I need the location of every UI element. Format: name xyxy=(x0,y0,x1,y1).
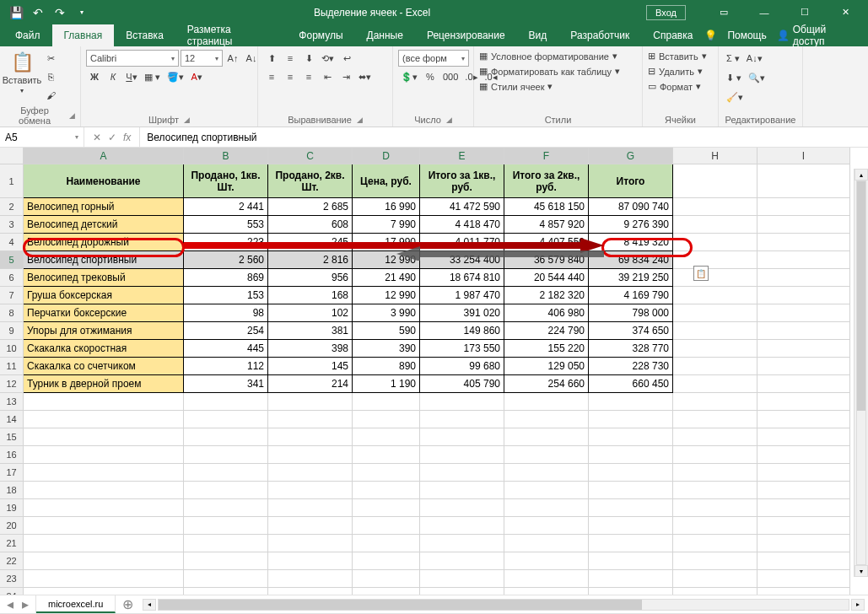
cell[interactable]: 21 490 xyxy=(353,269,420,287)
cell[interactable] xyxy=(673,304,757,322)
row-header-20[interactable]: 20 xyxy=(0,517,24,535)
cell[interactable]: Наименование xyxy=(24,164,184,198)
login-button[interactable]: Вход xyxy=(646,5,686,20)
cell[interactable] xyxy=(504,535,589,552)
cell[interactable]: Велосипед трековый xyxy=(24,269,184,287)
cell[interactable] xyxy=(420,393,504,411)
cell[interactable] xyxy=(757,517,850,535)
cell[interactable] xyxy=(589,464,673,482)
cell[interactable]: Цена, руб. xyxy=(353,164,420,198)
cell[interactable] xyxy=(420,446,504,464)
share-button[interactable]: 👤 Общий доступ xyxy=(777,24,855,47)
cell[interactable] xyxy=(268,446,353,464)
scroll-left-icon[interactable]: ◂ xyxy=(143,599,156,611)
cell[interactable] xyxy=(504,464,589,482)
new-sheet-icon[interactable]: ⊕ xyxy=(116,595,139,613)
cell[interactable] xyxy=(184,517,268,535)
cell[interactable]: Велосипед горный xyxy=(24,198,184,216)
cell[interactable]: Упоры для отжимания xyxy=(24,322,184,340)
find-icon[interactable]: 🔍▾ xyxy=(746,69,768,86)
cell[interactable] xyxy=(268,499,353,517)
sort-filter-icon[interactable]: A↓▾ xyxy=(744,50,765,67)
cell[interactable] xyxy=(504,552,589,570)
cell[interactable] xyxy=(673,552,757,570)
cell[interactable]: 129 050 xyxy=(504,358,589,375)
increase-indent-icon[interactable]: ⇥ xyxy=(337,68,354,85)
col-header-H[interactable]: H xyxy=(673,148,757,164)
col-header-I[interactable]: I xyxy=(757,148,850,164)
cell[interactable] xyxy=(184,570,268,588)
cell[interactable] xyxy=(589,535,673,552)
column-headers[interactable]: ABCDEFGHI xyxy=(24,148,850,164)
cell[interactable]: 224 790 xyxy=(504,322,589,340)
cell[interactable]: 33 254 400 xyxy=(420,251,504,269)
cell[interactable]: 3 990 xyxy=(353,304,420,322)
tab-вид[interactable]: Вид xyxy=(517,24,559,46)
cell[interactable] xyxy=(589,552,673,570)
tell-me-icon[interactable]: 💡 xyxy=(704,30,717,41)
cell[interactable]: 445 xyxy=(184,340,268,358)
cell[interactable] xyxy=(268,482,353,499)
row-header-23[interactable]: 23 xyxy=(0,570,24,588)
cell[interactable]: 390 xyxy=(353,340,420,358)
format-cells-button[interactable]: ▭ Формат ▾ xyxy=(648,80,701,93)
cell[interactable] xyxy=(757,428,850,446)
horizontal-scrollbar[interactable]: ◂ ▸ xyxy=(139,595,868,613)
help-button[interactable]: Помощь xyxy=(727,30,766,41)
cell[interactable]: Скакалка скоростная xyxy=(24,340,184,358)
tab-файл[interactable]: Файл xyxy=(3,24,52,46)
align-top-icon[interactable]: ⬆ xyxy=(263,50,280,67)
cell[interactable]: 254 xyxy=(184,322,268,340)
cell[interactable] xyxy=(268,393,353,411)
bold-icon[interactable]: Ж xyxy=(86,68,103,85)
align-right-icon[interactable]: ≡ xyxy=(300,68,317,85)
cell[interactable] xyxy=(268,588,353,595)
cell[interactable] xyxy=(353,517,420,535)
cell[interactable] xyxy=(673,287,757,304)
col-header-D[interactable]: D xyxy=(353,148,420,164)
cell[interactable]: Скакалка со счетчиком xyxy=(24,358,184,375)
cell[interactable] xyxy=(757,499,850,517)
row-header-11[interactable]: 11 xyxy=(0,358,24,375)
cell[interactable] xyxy=(673,358,757,375)
font-size-combo[interactable]: 12▾ xyxy=(181,50,223,67)
cell[interactable]: Продано, 2кв. Шт. xyxy=(268,164,353,198)
cell[interactable]: 99 680 xyxy=(420,358,504,375)
format-painter-icon[interactable]: 🖌 xyxy=(42,87,59,104)
align-left-icon[interactable]: ≡ xyxy=(263,68,280,85)
cell[interactable]: Велосипед детский xyxy=(24,216,184,234)
cell[interactable] xyxy=(589,588,673,595)
cell[interactable] xyxy=(757,393,850,411)
cell[interactable] xyxy=(504,517,589,535)
row-header-22[interactable]: 22 xyxy=(0,552,24,570)
cell[interactable]: 228 730 xyxy=(589,358,673,375)
comma-icon[interactable]: 000 xyxy=(440,68,461,85)
cell[interactable] xyxy=(673,428,757,446)
tab-справка[interactable]: Справка xyxy=(641,24,704,46)
row-header-18[interactable]: 18 xyxy=(0,482,24,499)
cell[interactable] xyxy=(757,234,850,251)
cell[interactable] xyxy=(757,216,850,234)
conditional-format-button[interactable]: ▦ Условное форматирование ▾ xyxy=(479,50,617,62)
col-header-C[interactable]: C xyxy=(268,148,353,164)
cell[interactable] xyxy=(589,570,673,588)
underline-icon[interactable]: Ч ▾ xyxy=(123,68,140,85)
number-format-combo[interactable]: (все форм▾ xyxy=(398,50,469,67)
cell[interactable] xyxy=(353,446,420,464)
row-header-4[interactable]: 4 xyxy=(0,234,24,251)
cell[interactable] xyxy=(184,446,268,464)
cell[interactable] xyxy=(420,535,504,552)
worksheet-grid[interactable]: ABCDEFGHI 123456789101112131415161718192… xyxy=(0,148,868,595)
cell[interactable]: 12 990 xyxy=(353,287,420,304)
cell[interactable] xyxy=(673,216,757,234)
cell[interactable] xyxy=(184,535,268,552)
font-name-combo[interactable]: Calibri▾ xyxy=(86,50,179,67)
sheet-nav-next-icon[interactable]: ▸ xyxy=(22,596,29,612)
delete-cells-button[interactable]: ⊟ Удалить ▾ xyxy=(648,65,703,78)
fill-icon[interactable]: ⬇ ▾ xyxy=(724,69,744,86)
orientation-icon[interactable]: ⟲▾ xyxy=(319,50,337,67)
cell[interactable] xyxy=(420,428,504,446)
cell[interactable] xyxy=(504,570,589,588)
align-bottom-icon[interactable]: ⬇ xyxy=(300,50,317,67)
cell[interactable]: 98 xyxy=(184,304,268,322)
